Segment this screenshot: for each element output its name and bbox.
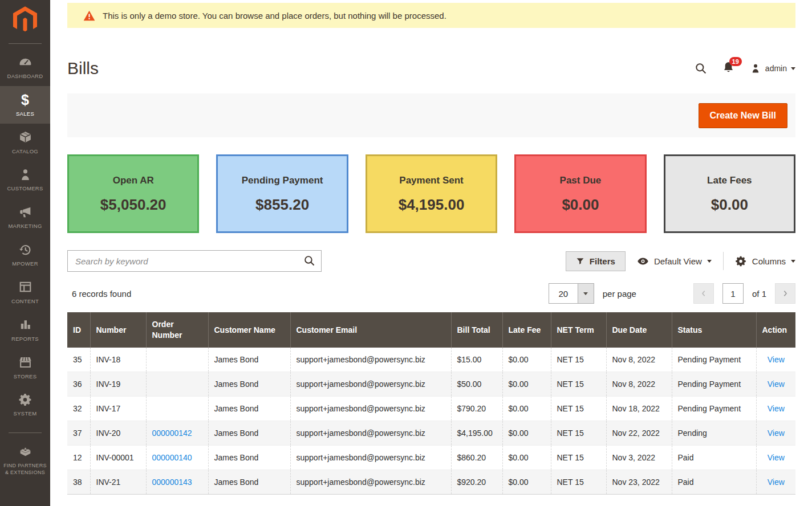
- sidebar-item-content[interactable]: CONTENT: [0, 274, 50, 311]
- card-late-fees[interactable]: Late Fees $0.00: [664, 154, 795, 233]
- global-search-icon[interactable]: [695, 62, 707, 75]
- chevron-right-icon: [781, 289, 790, 298]
- sidebar-item-catalog[interactable]: CATALOG: [0, 124, 50, 161]
- sidebar-item-label: FIND PARTNERS & EXTENSIONS: [2, 462, 48, 476]
- admin-account-menu[interactable]: admin: [750, 63, 795, 74]
- card-open-ar[interactable]: Open AR $5,050.20: [67, 154, 199, 233]
- sidebar-item-stores[interactable]: STORES: [0, 349, 50, 386]
- card-label: Pending Payment: [218, 175, 346, 186]
- chevron-down-icon: [791, 260, 795, 263]
- sidebar-item-marketing[interactable]: MARKETING: [0, 198, 50, 236]
- chevron-left-icon: [699, 289, 708, 298]
- view-link[interactable]: View: [768, 429, 785, 438]
- system-icon: [18, 392, 33, 407]
- column-header-order-number[interactable]: Order Number: [146, 312, 208, 348]
- cell-customer-name: James Bond: [208, 348, 290, 372]
- order-number-link[interactable]: 000000140: [152, 453, 192, 462]
- table-row: 32 INV-17 James Bond support+jamesbond@p…: [67, 397, 795, 421]
- sidebar-item-sales[interactable]: $ SALES: [0, 86, 50, 124]
- cell-customer-name: James Bond: [208, 397, 290, 421]
- sidebar-item-customers[interactable]: CUSTOMERS: [0, 161, 50, 198]
- cell-net-term: NET 15: [551, 397, 606, 421]
- cell-net-term: NET 15: [551, 372, 606, 397]
- chevron-down-icon: [791, 67, 795, 70]
- column-header-action[interactable]: Action: [756, 312, 795, 348]
- column-header-status[interactable]: Status: [672, 312, 756, 348]
- previous-page-button[interactable]: [693, 283, 714, 304]
- search-input[interactable]: [67, 250, 322, 272]
- cell-net-term: NET 15: [551, 470, 606, 495]
- sidebar-item-mpower[interactable]: MPOWER: [0, 236, 50, 274]
- cell-order-number: [146, 397, 208, 421]
- columns-label: Columns: [752, 256, 786, 266]
- sidebar-divider: [9, 43, 42, 44]
- cell-bill-total: $920.20: [451, 470, 502, 495]
- cell-number: INV-20: [90, 421, 146, 446]
- search-icon[interactable]: [303, 255, 315, 269]
- cell-late-fee: $0.00: [502, 446, 551, 470]
- mpower-icon: [18, 242, 33, 257]
- order-number-link[interactable]: 000000142: [152, 429, 192, 438]
- sidebar-item-system[interactable]: SYSTEM: [0, 386, 50, 423]
- column-header-net-term[interactable]: NET Term: [551, 312, 606, 348]
- cell-action: View: [756, 397, 795, 421]
- card-payment-sent[interactable]: Payment Sent $4,195.00: [366, 154, 497, 233]
- reports-icon: [18, 317, 33, 332]
- column-header-customer-name[interactable]: Customer Name: [208, 312, 290, 348]
- view-link[interactable]: View: [768, 478, 785, 487]
- cell-id: 32: [67, 397, 90, 421]
- order-number-link[interactable]: 000000143: [152, 478, 192, 487]
- table-row: 35 INV-18 James Bond support+jamesbond@p…: [67, 348, 795, 372]
- view-selector[interactable]: Default View: [637, 255, 712, 267]
- view-link[interactable]: View: [768, 453, 785, 462]
- chevron-down-icon: [583, 292, 588, 295]
- sidebar-item-label: MPOWER: [12, 260, 38, 268]
- username-label: admin: [765, 64, 787, 73]
- cell-status: Pending Payment: [672, 348, 756, 372]
- sidebar-item-label: STORES: [14, 373, 37, 381]
- view-link[interactable]: View: [768, 355, 785, 364]
- page-action-bar: Create New Bill: [67, 93, 795, 137]
- content-icon: [18, 280, 33, 295]
- column-header-id[interactable]: ID: [67, 312, 90, 348]
- sidebar-item-label: SALES: [16, 111, 34, 118]
- cell-action: View: [756, 421, 795, 446]
- header-actions: 19 admin: [695, 61, 795, 76]
- column-header-due-date[interactable]: Due Date: [606, 312, 672, 348]
- sidebar-item-dashboard[interactable]: DASHBOARD: [0, 48, 50, 86]
- sidebar-item-label: CATALOG: [12, 148, 38, 156]
- extensions-icon: [18, 444, 33, 459]
- card-label: Late Fees: [665, 175, 794, 186]
- card-pending-payment[interactable]: Pending Payment $855.20: [216, 154, 348, 233]
- view-link[interactable]: View: [768, 404, 785, 413]
- sidebar-item-label: DASHBOARD: [7, 73, 43, 80]
- view-link[interactable]: View: [768, 379, 785, 389]
- table-header-row: ID Number Order Number Customer Name Cus…: [67, 312, 795, 348]
- cell-bill-total: $860.20: [451, 446, 502, 470]
- create-new-bill-button[interactable]: Create New Bill: [699, 103, 787, 128]
- card-value: $4,195.00: [367, 196, 496, 214]
- magento-logo[interactable]: [13, 0, 37, 43]
- card-past-due[interactable]: Past Due $0.00: [514, 154, 646, 233]
- cell-customer-email: support+jamesbond@powersync.biz: [290, 348, 451, 372]
- grid-toolbar: Filters Default View Columns: [67, 250, 795, 272]
- column-header-bill-total[interactable]: Bill Total: [451, 312, 502, 348]
- view-label: Default View: [654, 256, 702, 266]
- column-header-late-fee[interactable]: Late Fee: [502, 312, 551, 348]
- next-page-button[interactable]: [775, 283, 795, 304]
- per-page-select[interactable]: 20: [549, 283, 594, 304]
- cell-net-term: NET 15: [551, 348, 606, 372]
- sidebar-item-reports[interactable]: REPORTS: [0, 311, 50, 349]
- column-header-customer-email[interactable]: Customer Email: [290, 312, 451, 348]
- cell-due-date: Nov 23, 2022: [606, 470, 672, 495]
- cell-due-date: Nov 22, 2022: [606, 421, 672, 446]
- sidebar-item-find-partners[interactable]: FIND PARTNERS & EXTENSIONS: [0, 438, 50, 481]
- page-title: Bills: [67, 59, 99, 78]
- card-value: $5,050.20: [69, 196, 197, 214]
- columns-selector[interactable]: Columns: [735, 255, 795, 267]
- cell-id: 37: [67, 421, 90, 446]
- page-number-input[interactable]: [722, 283, 744, 304]
- filters-button[interactable]: Filters: [566, 251, 626, 271]
- notifications-bell[interactable]: 19: [722, 61, 735, 76]
- column-header-number[interactable]: Number: [90, 312, 146, 348]
